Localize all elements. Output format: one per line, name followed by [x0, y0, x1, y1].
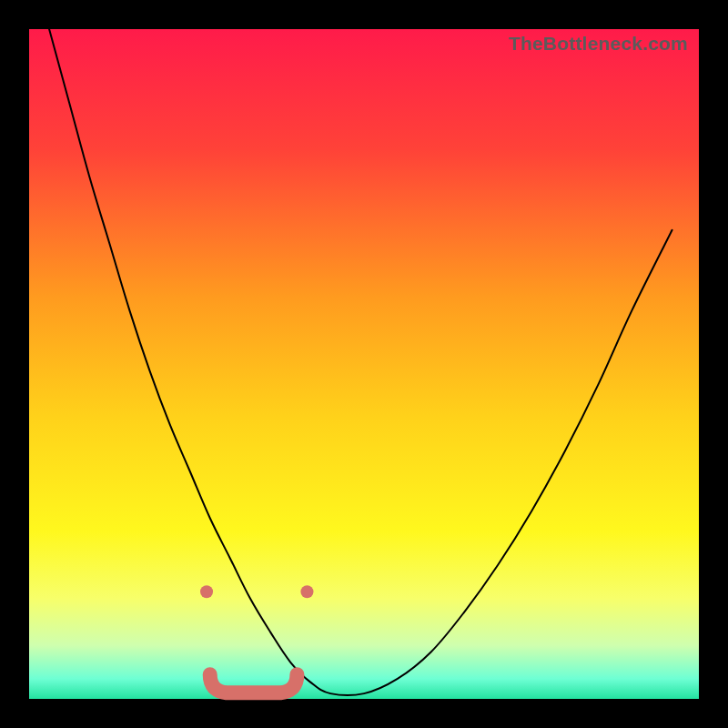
optimal-range-marker [210, 674, 298, 693]
chart-plot-area: TheBottleneck.com [29, 29, 699, 699]
marker-end-dots [200, 585, 313, 598]
svg-point-2 [300, 585, 313, 598]
chart-svg [29, 29, 699, 699]
svg-point-1 [200, 585, 213, 598]
bottleneck-curve-line [49, 29, 672, 695]
